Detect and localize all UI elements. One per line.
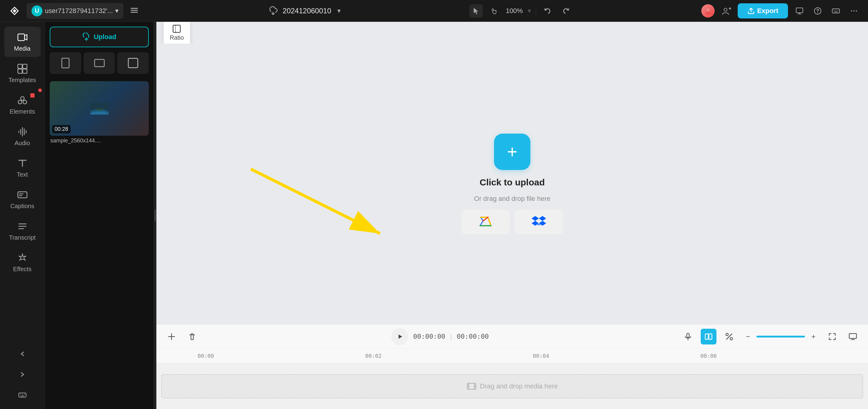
sidebar-item-captions-label: Captions (10, 203, 34, 210)
upload-btn[interactable]: Upload (50, 27, 149, 47)
svg-rect-3 (131, 12, 138, 13)
svg-rect-23 (18, 64, 22, 68)
ruler-mark-0: 00:00 (197, 353, 365, 359)
panel-resize-handle[interactable] (154, 22, 156, 409)
svg-rect-14 (832, 9, 839, 13)
sidebar-bottom (13, 345, 32, 404)
svg-point-28 (18, 100, 22, 104)
undo-btn[interactable] (541, 4, 554, 18)
topbar-right: Export (701, 3, 861, 19)
play-btn[interactable] (391, 328, 408, 345)
film-icon (467, 381, 476, 391)
user-menu-chevron-icon: ▾ (115, 7, 119, 15)
svg-rect-9 (796, 8, 803, 13)
zoom-level[interactable]: 100% (506, 7, 523, 15)
sidebar-item-effects[interactable]: Effects (4, 247, 41, 278)
sidebar-item-effects-label: Effects (13, 266, 32, 273)
ruler-time-0: 00:00 (197, 353, 214, 359)
split-btn[interactable] (701, 329, 716, 344)
sidebar-item-text-label: Text (17, 171, 28, 178)
main-layout: Media Templates Elements Audio Text Capt… (0, 22, 868, 409)
timeline-total-time: 00:00:00 (457, 333, 489, 340)
sidebar-item-text[interactable]: Text (4, 153, 41, 183)
sidebar-item-transcript[interactable]: Transcript (4, 216, 41, 246)
drop-zone-label: Drag and drop media here (480, 382, 558, 390)
zoom-chevron-icon[interactable]: ▾ (528, 7, 531, 15)
zoom-slider[interactable] (756, 336, 805, 338)
workspace: Ratio + Click to upload Or drag and drop… (156, 22, 868, 409)
microphone-btn[interactable] (680, 329, 696, 344)
more-options-btn[interactable] (847, 4, 861, 18)
plus-icon: + (507, 143, 517, 161)
ratio-panel-btn[interactable]: Ratio (164, 22, 190, 46)
canvas-area: Ratio + Click to upload Or drag and drop… (156, 22, 868, 324)
redo-btn[interactable] (559, 4, 572, 18)
zoom-in-btn[interactable]: + (807, 331, 819, 343)
list-icon[interactable] (129, 5, 139, 17)
svg-point-20 (854, 10, 855, 11)
sidebar-keyboard-btn[interactable] (13, 386, 32, 404)
sidebar-item-audio-label: Audio (14, 140, 30, 147)
svg-rect-25 (18, 69, 22, 73)
media-item[interactable]: 00:28 sample_2560x144.... (45, 79, 154, 146)
user-menu[interactable]: U user7172879411732'... ▾ (27, 3, 123, 19)
sidebar-item-audio[interactable]: Audio (4, 121, 41, 152)
shortcuts-btn[interactable] (829, 4, 842, 18)
timeline-drop-zone[interactable]: Drag and drop media here (161, 374, 863, 399)
delete-btn[interactable] (184, 329, 200, 344)
zoom-out-btn[interactable]: − (742, 331, 754, 343)
sidebar-prev-btn[interactable] (13, 345, 32, 363)
ruler-time-1: 00:02 (365, 353, 381, 359)
portrait-ratio-btn[interactable] (50, 52, 81, 74)
landscape-ratio-btn[interactable] (84, 52, 115, 74)
logo[interactable] (7, 4, 22, 18)
cut-btn[interactable] (721, 329, 737, 344)
svg-rect-60 (849, 334, 857, 338)
export-btn[interactable]: Export (738, 3, 788, 19)
sidebar-item-elements[interactable]: Elements (4, 90, 41, 120)
upload-subtitle: Or drag and drop file here (474, 195, 550, 203)
upload-plus-btn[interactable]: + (494, 134, 530, 170)
media-thumbnail: 00:28 (50, 81, 149, 136)
timeline-area: 00:00:00 | 00:00:00 − + (156, 324, 868, 409)
upload-btn-label: Upload (94, 33, 116, 41)
svg-point-21 (856, 10, 857, 11)
svg-rect-24 (23, 64, 27, 68)
timeline-screen-btn[interactable] (845, 329, 861, 344)
sidebar-item-elements-label: Elements (10, 108, 35, 115)
doc-name-chevron-icon[interactable]: ▾ (337, 7, 341, 15)
time-divider: | (450, 333, 452, 341)
ruler-time-2: 00:04 (533, 353, 549, 359)
google-drive-btn[interactable] (461, 210, 510, 234)
zoom-controls: − + (742, 331, 819, 343)
add-user-btn[interactable] (719, 4, 733, 18)
timeline-current-time: 00:00:00 (413, 333, 445, 340)
dropbox-btn[interactable] (515, 210, 563, 234)
svg-rect-55 (705, 334, 708, 339)
svg-point-19 (851, 10, 852, 11)
monitor-btn[interactable] (793, 4, 806, 18)
pointer-tool-btn[interactable] (469, 4, 483, 18)
doc-name: 202412060010 (283, 7, 331, 15)
svg-rect-22 (18, 34, 25, 41)
svg-point-59 (730, 338, 733, 340)
canvas-toolbar: Ratio (156, 22, 868, 43)
ruler-time-3: 00:06 (701, 353, 717, 359)
svg-point-29 (23, 100, 27, 104)
sidebar-item-captions[interactable]: Captions (4, 184, 41, 215)
trim-btn[interactable] (164, 329, 179, 344)
svg-point-4 (707, 8, 710, 11)
svg-point-13 (817, 12, 818, 13)
hand-tool-btn[interactable] (488, 4, 501, 18)
svg-rect-30 (18, 192, 27, 198)
timeline-track-area: Drag and drop media here (156, 363, 868, 409)
elements-badge (30, 93, 35, 98)
timeline-fullscreen-btn[interactable] (824, 329, 840, 344)
svg-point-27 (21, 97, 24, 100)
sidebar-item-templates[interactable]: Templates (4, 58, 41, 89)
square-ratio-btn[interactable] (117, 52, 149, 74)
help-btn[interactable] (811, 4, 824, 18)
cloud-save-btn[interactable] (268, 6, 278, 16)
sidebar-item-media[interactable]: Media (4, 27, 41, 57)
sidebar-expand-btn[interactable] (13, 366, 32, 383)
